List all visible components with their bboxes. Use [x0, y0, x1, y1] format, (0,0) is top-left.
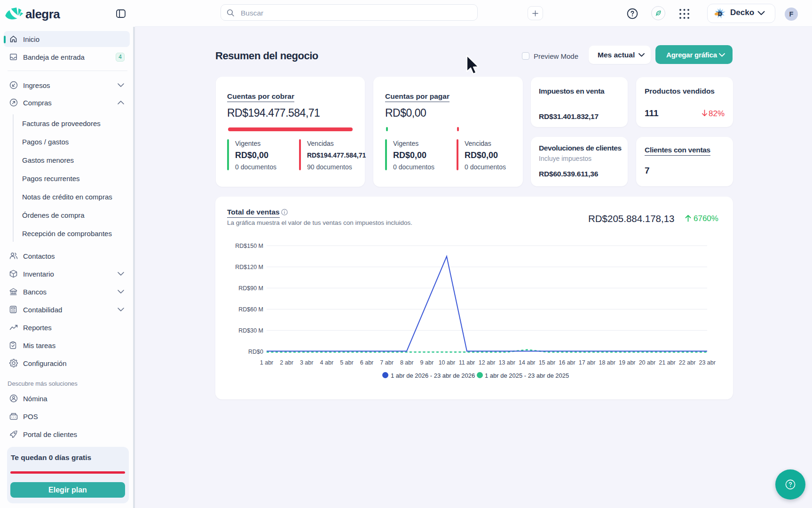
svg-text:4 abr: 4 abr	[320, 359, 334, 366]
svg-text:22 abr: 22 abr	[679, 359, 695, 366]
svg-text:14 abr: 14 abr	[519, 359, 535, 366]
svg-text:15 abr: 15 abr	[539, 359, 555, 366]
svg-text:11 abr: 11 abr	[459, 359, 475, 366]
svg-text:18 abr: 18 abr	[599, 359, 615, 366]
svg-text:21 abr: 21 abr	[659, 359, 675, 366]
svg-text:20 abr: 20 abr	[639, 359, 655, 366]
svg-text:23 abr: 23 abr	[699, 359, 715, 366]
svg-text:17 abr: 17 abr	[579, 359, 595, 366]
svg-text:6 abr: 6 abr	[360, 359, 374, 366]
svg-text:D: D	[718, 10, 722, 17]
svg-text:RD$60 M: RD$60 M	[238, 306, 263, 313]
svg-text:RD$0: RD$0	[248, 349, 263, 355]
svg-text:1 abr: 1 abr	[260, 359, 274, 366]
svg-text:RD$150 M: RD$150 M	[235, 243, 263, 249]
svg-text:3 abr: 3 abr	[300, 359, 314, 366]
svg-text:10 abr: 10 abr	[439, 359, 455, 366]
svg-text:RD$120 M: RD$120 M	[235, 264, 263, 270]
svg-text:9 abr: 9 abr	[420, 359, 434, 366]
svg-text:7 abr: 7 abr	[380, 359, 394, 366]
svg-text:13 abr: 13 abr	[498, 359, 515, 366]
svg-text:12 abr: 12 abr	[479, 359, 495, 366]
svg-text:RD$30 M: RD$30 M	[238, 327, 263, 334]
svg-text:5 abr: 5 abr	[340, 359, 354, 366]
svg-text:19 abr: 19 abr	[619, 359, 635, 366]
svg-text:8 abr: 8 abr	[400, 359, 414, 366]
svg-text:16 abr: 16 abr	[559, 359, 575, 366]
svg-text:RD$90 M: RD$90 M	[238, 285, 263, 292]
svg-text:2 abr: 2 abr	[280, 359, 293, 366]
